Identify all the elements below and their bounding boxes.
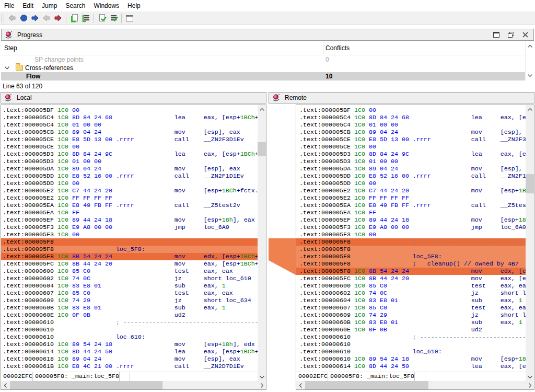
listing-line[interactable]: .text:000005CE 1C0 E8 5D 13 00 .rrrr cal…: [296, 136, 526, 143]
listing-line[interactable]: .text:000005DA 1C0 89 04 24 mov [esp], e…: [296, 165, 526, 172]
listing-line[interactable]: .text:00000614 1C0 8D 44 24 50 lea eax, …: [296, 363, 526, 370]
column-header-conflicts[interactable]: Conflicts: [325, 44, 350, 52]
window-icon[interactable]: [124, 14, 135, 23]
listing-line[interactable]: .text:000005EA 1C0 E8 49 FB FF .rrrr cal…: [1, 202, 258, 209]
listing-line[interactable]: .text:000005EF 1C0 89 44 24 18 mov [esp+…: [1, 216, 258, 224]
listing-line[interactable]: .text:00000618 1C0 89 04 24 mov [esp], e…: [1, 355, 258, 363]
listing-line[interactable]: .text:000005D3 1C0 8D 84 24 9C lea eax, …: [1, 151, 258, 158]
listing-line[interactable]: .text:000005D3 1C0 01 00 00: [296, 158, 526, 165]
listing-line[interactable]: .text:00000609 1C0 74 29 jz short loc_63…: [1, 297, 258, 304]
listing-line[interactable]: .text:000005DA 1C0 89 04 24 mov [esp], e…: [1, 165, 258, 172]
local-vscroll-thumb[interactable]: [258, 142, 266, 156]
float-button[interactable]: [508, 32, 514, 38]
prev-disabled-icon[interactable]: [41, 14, 52, 23]
document-green-icon[interactable]: [68, 14, 80, 23]
listing-line[interactable]: .text:000005F3 1C0 E9 A8 00 00 jmp loc_6…: [1, 224, 258, 231]
listing-line[interactable]: .text:000005F8: [296, 246, 526, 253]
listing-line[interactable]: .text:00000604 1C0 83 E8 01 sub eax, 1: [1, 282, 258, 290]
listing-line[interactable]: .text:000005E2 1C0 FF FF FF FF: [296, 194, 526, 202]
tree-scrollbar[interactable]: [525, 41, 534, 80]
listing-line[interactable]: .text:000005DD 1C0 E8 52 16 00 .rrrr cal…: [296, 172, 526, 180]
list-check-icon[interactable]: [108, 14, 119, 23]
listing-line[interactable]: .text:0000060E 1C0 0F 0B ud2: [296, 326, 526, 333]
listing-line[interactable]: .text:000005F8 loc_5F8:: [296, 253, 526, 260]
listing-line[interactable]: .text:000005E2 1C0 FF FF FF FF: [1, 194, 258, 202]
listing-line[interactable]: .text:0000060B 1C0 83 E8 01 sub eax, 1: [1, 304, 258, 312]
listing-line[interactable]: .text:0000061B 1C0 E8 4C 21 00 .rrrr cal…: [1, 363, 258, 370]
listing-line[interactable]: .text:00000607 1C0 85 C0 test eax, eax: [296, 304, 526, 312]
listing-line[interactable]: .text:00000609 1C0 74 29 jz short loc_63…: [296, 312, 526, 319]
listing-line[interactable]: .text:000005F8 ; cleanup() // owned by 4…: [296, 260, 526, 268]
listing-line[interactable]: .text:000005BF 1C0 00: [296, 107, 526, 114]
remote-vscroll-thumb[interactable]: [526, 174, 534, 193]
scroll-up-icon[interactable]: [526, 105, 534, 113]
menu-item-edit[interactable]: Edit: [18, 1, 38, 11]
listing-line[interactable]: .text:000005BF 1C0 00: [1, 107, 258, 114]
menu-item-jump[interactable]: Jump: [38, 1, 61, 11]
listing-line[interactable]: .text:000005EA 1C0 FF: [1, 209, 258, 216]
listing-line[interactable]: .text:000005CB 1C0 89 04 24 mov [esp], e…: [1, 129, 258, 136]
column-separator[interactable]: [323, 42, 323, 53]
tree-row-flow[interactable]: Flow10: [1, 72, 534, 80]
scroll-left-icon[interactable]: [296, 381, 305, 389]
menu-item-windows[interactable]: Windows: [89, 1, 123, 11]
remote-vscrollbar[interactable]: [526, 105, 534, 381]
listing-line[interactable]: .text:000005E2 1C0 C7 44 24 20 mov [esp+…: [1, 187, 258, 194]
scroll-right-icon[interactable]: [258, 381, 266, 389]
listing-line[interactable]: .text:000005F8: [1, 238, 258, 246]
remote-hscrollbar[interactable]: [296, 381, 534, 389]
listing-line[interactable]: .text:00000610: [296, 341, 526, 348]
scroll-down-icon[interactable]: [258, 373, 266, 381]
listing-line[interactable]: .text:0000060B 1C0 83 E8 01 sub eax, 1: [296, 319, 526, 326]
close-icon[interactable]: [522, 32, 528, 38]
listing-line[interactable]: .text:000005CB 1C0 89 04 24 mov [esp], e…: [296, 129, 526, 136]
menu-item-file[interactable]: File: [0, 1, 18, 11]
listing-line[interactable]: .text:000005F8 1C0 8B 54 24 24 mov edx, …: [1, 253, 258, 260]
scroll-down-icon[interactable]: [526, 373, 534, 381]
listing-line[interactable]: .text:000005F8 ; -----------------------…: [296, 238, 526, 246]
listing-line[interactable]: .text:000005FC 1C0 8B 44 24 20 mov eax, …: [296, 275, 526, 282]
listing-line[interactable]: .text:000005CE 1C0 00: [296, 143, 526, 151]
scroll-right-icon[interactable]: [526, 381, 534, 389]
listing-line[interactable]: .text:000005D3 1C0 01 00 00: [1, 158, 258, 165]
listing-line[interactable]: .text:00000610 ; -----------------------…: [296, 333, 526, 341]
listing-line[interactable]: .text:00000600 1C0 85 C0 test eax, eax: [1, 268, 258, 275]
listing-line[interactable]: .text:000005F3 1C0 E9 A8 00 00 jmp loc_6…: [296, 224, 526, 231]
listing-line[interactable]: .text:00000600 1C0 85 C0 test eax, eax: [296, 282, 526, 290]
local-hscrollbar[interactable]: [1, 381, 266, 389]
listing-line[interactable]: .text:00000610 1C0 89 54 24 18 mov [esp+…: [1, 341, 258, 348]
listing-line[interactable]: .text:000005DD 1C0 E8 52 16 00 .rrrr cal…: [1, 172, 258, 180]
listing-line[interactable]: .text:000005DD 1C0 00: [1, 180, 258, 187]
column-header-step[interactable]: Step: [4, 44, 17, 52]
tree-row-label[interactable]: Cross-references: [25, 64, 73, 72]
listing-line[interactable]: .text:000005FC 1C0 8B 44 24 20 mov eax, …: [1, 260, 258, 268]
listing-line[interactable]: .text:000005CE 1C0 00: [1, 143, 258, 151]
forward-icon[interactable]: [29, 14, 41, 23]
local-listing[interactable]: .text:000005BF 1C0 00.text:000005C4 1C0 …: [1, 105, 258, 372]
listing-line[interactable]: .text:000005CE 1C0 E8 5D 13 00 .rrrr cal…: [1, 136, 258, 143]
listing-line[interactable]: .text:000005EF 1C0 89 44 24 18 mov [esp+…: [296, 216, 526, 224]
maximize-button[interactable]: [493, 32, 499, 38]
listing-line[interactable]: .text:000005C4 1C0 8D 84 24 68 lea eax, …: [1, 114, 258, 121]
menu-item-help[interactable]: Help: [123, 1, 145, 11]
local-vscrollbar[interactable]: [258, 105, 266, 381]
tree-row-cross-references[interactable]: Cross-references: [1, 64, 534, 72]
scroll-left-icon[interactable]: [1, 381, 9, 389]
listing-line[interactable]: .text:00000604 1C0 83 E8 01 sub eax, 1: [296, 297, 526, 304]
listing-line[interactable]: .text:0000060E 1C0 0F 0B ud2: [1, 312, 258, 319]
listing-line[interactable]: .text:00000610 ; -----------------------…: [1, 319, 258, 326]
listing-line[interactable]: .text:00000602 1C0 74 0C jz short loc_61…: [1, 275, 258, 282]
listing-line[interactable]: .text:000005D3 1C0 8D 84 24 9C lea eax, …: [296, 151, 526, 158]
listing-line[interactable]: .text:00000610 loc_610:: [1, 333, 258, 341]
listing-line[interactable]: .text:000005F3 1C0 00: [296, 231, 526, 238]
back-disabled-icon[interactable]: [6, 14, 18, 23]
listing-line[interactable]: .text:00000610 1C0 89 54 24 18 mov [esp+…: [296, 355, 526, 363]
chevron-down-icon[interactable]: [5, 66, 9, 70]
tree-row-label[interactable]: SP change points: [34, 55, 84, 64]
scroll-up-icon[interactable]: [526, 42, 534, 50]
listing-line[interactable]: .text:00000607 1C0 85 C0 test eax, eax: [1, 290, 258, 297]
remote-hscroll-thumb[interactable]: [305, 381, 428, 389]
tree-row-sp-change-points[interactable]: SP change points0: [1, 55, 534, 64]
listing-line[interactable]: .text:00000610 loc_610:: [296, 348, 526, 355]
listing-line[interactable]: .text:000005EA 1C0 E8 49 FB FF .rrrr cal…: [296, 202, 526, 209]
